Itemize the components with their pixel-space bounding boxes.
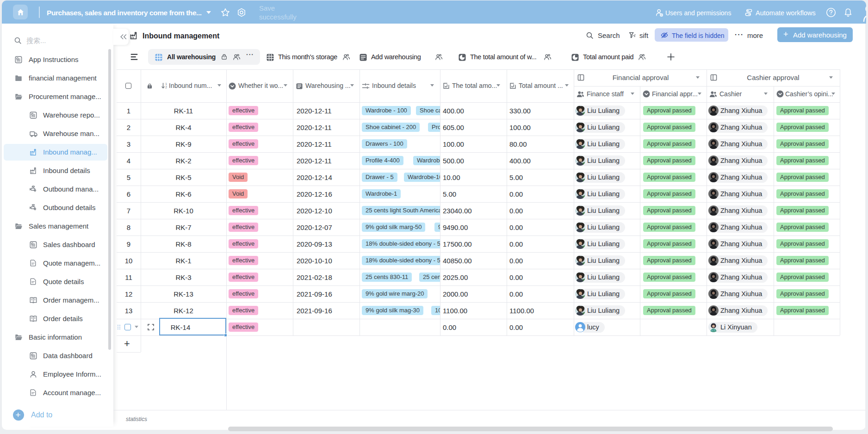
svg-text:2: 2 (165, 86, 167, 89)
